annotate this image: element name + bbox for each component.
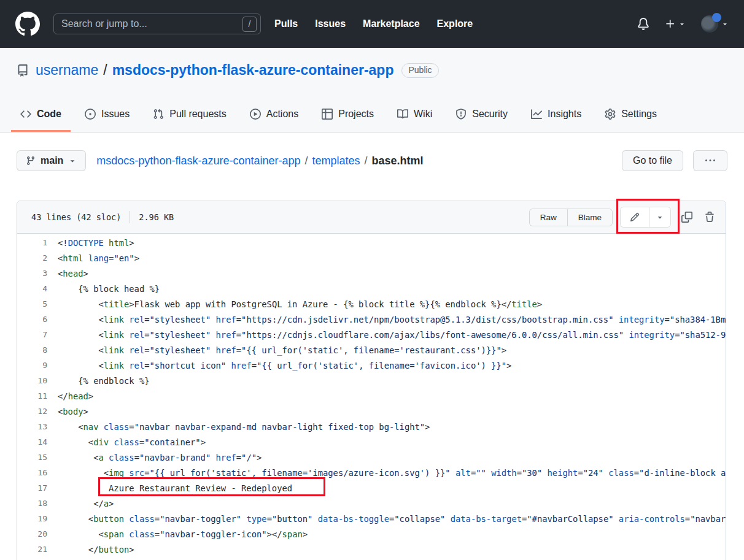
header-right	[637, 15, 729, 33]
line-number[interactable]: 6	[17, 315, 47, 324]
header-nav-marketplace[interactable]: Marketplace	[363, 18, 420, 29]
visibility-badge: Public	[401, 63, 438, 78]
line-number[interactable]: 17	[17, 483, 47, 493]
code-line-4: 4 {% block head %}	[17, 281, 726, 296]
go-to-file-button[interactable]: Go to file	[622, 150, 683, 171]
code-line-18: 18 </a>	[17, 496, 726, 511]
github-logo-icon[interactable]	[15, 12, 40, 36]
file-actions: Raw Blame	[529, 207, 715, 228]
breadcrumb-link[interactable]: msdocs-python-flask-azure-container-app	[96, 155, 300, 167]
code-text: <link rel="stylesheet" href="{{ url_for(…	[47, 345, 506, 355]
copy-file-icon[interactable]	[681, 212, 692, 223]
code-line-15: 15 <a class="navbar-brand" href="/">	[17, 450, 726, 465]
raw-blame-group: Raw Blame	[529, 209, 613, 226]
repo-title: username / msdocs-python-flask-azure-con…	[0, 48, 744, 79]
breadcrumb-link[interactable]: templates	[312, 155, 360, 167]
code-line-13: 13 <nav class="navbar navbar-expand-md n…	[17, 419, 726, 434]
tab-issues[interactable]: Issues	[76, 109, 139, 132]
code-line-11: 11</head>	[17, 388, 726, 404]
search-placeholder-text: Search or jump to...	[61, 18, 242, 29]
branch-name: main	[41, 155, 63, 166]
line-number[interactable]: 11	[17, 391, 47, 401]
line-number[interactable]: 19	[17, 514, 47, 523]
create-new-button[interactable]	[665, 18, 686, 29]
tab-actions[interactable]: Actions	[241, 109, 308, 132]
book-icon	[397, 109, 408, 120]
tab-insights[interactable]: Insights	[522, 109, 591, 132]
tab-projects[interactable]: Projects	[312, 109, 383, 132]
branch-selector-button[interactable]: main	[17, 150, 86, 171]
tab-label: Pull requests	[169, 109, 227, 120]
line-number[interactable]: 7	[17, 330, 47, 339]
tab-wiki[interactable]: Wiki	[388, 109, 441, 132]
more-options-button[interactable]	[693, 150, 727, 171]
notifications-bell-icon[interactable]	[637, 18, 649, 30]
code-line-12: 12<body>	[17, 404, 726, 419]
code-text: <!DOCTYPE html>	[47, 238, 134, 248]
tab-settings[interactable]: Settings	[595, 109, 666, 132]
header-nav-issues[interactable]: Issues	[315, 18, 346, 29]
tab-label: Security	[472, 109, 508, 120]
line-number[interactable]: 14	[17, 437, 47, 447]
line-number[interactable]: 2	[17, 253, 47, 263]
play-icon	[250, 109, 261, 120]
line-number[interactable]: 5	[17, 299, 47, 309]
line-number[interactable]: 8	[17, 345, 47, 355]
tab-label: Code	[37, 109, 61, 120]
search-input[interactable]: Search or jump to... /	[53, 13, 261, 34]
blame-button[interactable]: Blame	[567, 209, 612, 226]
line-number[interactable]: 12	[17, 407, 47, 416]
breadcrumb-separator: /	[305, 155, 308, 167]
code-line-6: 6 <link rel="stylesheet" href="https://c…	[17, 312, 726, 327]
file-size: 2.96 KB	[139, 212, 174, 222]
line-number[interactable]: 9	[17, 361, 47, 370]
code-line-21: 21 </button>	[17, 542, 726, 557]
breadcrumb-separator: /	[365, 155, 368, 167]
line-number[interactable]: 16	[17, 468, 47, 477]
breadcrumb-row: main msdocs-python-flask-azure-container…	[17, 150, 727, 171]
caret-down-icon	[678, 20, 686, 28]
tab-label: Settings	[621, 109, 657, 120]
user-menu-button[interactable]	[701, 15, 729, 33]
code-line-14: 14 <div class="container">	[17, 434, 726, 450]
line-number[interactable]: 1	[17, 238, 47, 247]
line-number[interactable]: 3	[17, 269, 47, 278]
raw-button[interactable]: Raw	[530, 209, 567, 226]
breadcrumb-current-file: base.html	[372, 155, 424, 167]
line-number[interactable]: 20	[17, 529, 47, 539]
header-nav-explore[interactable]: Explore	[437, 18, 473, 29]
line-number[interactable]: 10	[17, 376, 47, 385]
tab-code[interactable]: Code	[11, 109, 71, 132]
gear-icon	[605, 109, 616, 120]
code-text: </button>	[47, 545, 134, 554]
tab-label: Issues	[101, 109, 130, 120]
edit-pencil-button[interactable]	[621, 207, 649, 227]
tab-label: Wiki	[414, 109, 432, 120]
file-viewer: 43 lines (42 sloc) 2.96 KB Raw Blame 1<!…	[17, 201, 726, 560]
code-line-17: 17 Azure Restaurant Review - Redeployed	[17, 480, 726, 496]
line-number[interactable]: 21	[17, 545, 47, 554]
header-nav-pulls[interactable]: Pulls	[274, 18, 298, 29]
git-branch-icon	[26, 156, 36, 166]
code-line-7: 7 <link rel="stylesheet" href="https://c…	[17, 327, 726, 342]
line-number[interactable]: 15	[17, 453, 47, 462]
file-header: 43 lines (42 sloc) 2.96 KB Raw Blame	[17, 201, 726, 234]
code-text: Azure Restaurant Review - Redeployed	[47, 483, 292, 493]
delete-file-icon[interactable]	[704, 212, 715, 223]
repo-owner-link[interactable]: username	[36, 62, 98, 79]
edit-dropdown-button[interactable]	[649, 207, 670, 227]
line-number[interactable]: 18	[17, 499, 47, 508]
divider	[130, 211, 130, 223]
caret-down-icon	[68, 156, 77, 165]
code-text: {% endblock %}	[47, 376, 150, 386]
tab-security[interactable]: Security	[446, 109, 517, 132]
code-text: <title>Flask web app with PostgreSQL in …	[47, 299, 542, 309]
code-text: <span class="navbar-toggler-icon"></span…	[47, 529, 308, 539]
plus-icon	[665, 18, 676, 29]
repo-name-link[interactable]: msdocs-python-flask-azure-container-app	[112, 62, 394, 79]
line-number[interactable]: 4	[17, 284, 47, 293]
code-text: <button class="navbar-toggler" type="but…	[47, 514, 726, 524]
tab-pull-requests[interactable]: Pull requests	[144, 109, 236, 132]
code-line-10: 10 {% endblock %}	[17, 373, 726, 388]
line-number[interactable]: 13	[17, 422, 47, 431]
